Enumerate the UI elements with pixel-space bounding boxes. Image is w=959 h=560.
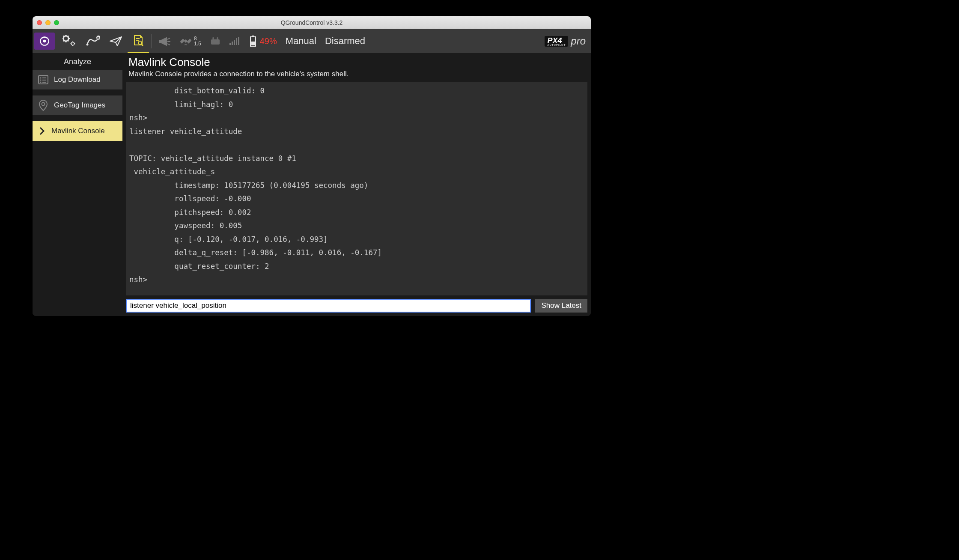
svg-rect-24 [180,39,185,43]
chevron-right-icon [37,126,47,136]
megaphone-icon [159,36,172,46]
window-title: QGroundControl v3.3.2 [33,19,591,26]
main-panel: Mavlink Console Mavlink Console provides… [122,53,591,316]
titlebar: QGroundControl v3.3.2 [33,16,591,29]
console-text: dist_bottom_valid: 0 limit_hagl: 0 nsh> … [129,84,584,287]
arm-state-label: Disarmed [325,36,365,47]
svg-line-7 [63,36,64,37]
traffic-lights [37,20,59,25]
log-download-icon [37,73,50,86]
sidebar: Analyze Log Download GeoTag Images [33,53,122,316]
sidebar-item-mavlink-console[interactable]: Mavlink Console [33,121,122,141]
main-header: Mavlink Console Mavlink Console provides… [122,53,591,82]
sidebar-item-geotag[interactable]: GeoTag Images [33,95,122,115]
qgc-logo-icon [39,36,50,47]
gps-values: 8 1.5 [194,36,201,46]
page-title: Mavlink Console [128,56,585,69]
page-subtitle: Mavlink Console provides a connection to… [128,70,585,78]
battery-status[interactable]: 49% [245,29,281,53]
flight-mode-button[interactable]: Manual [281,29,321,53]
app-logo-button[interactable] [34,33,55,50]
geotag-icon [37,99,50,112]
analyze-icon [132,34,145,47]
messages-button[interactable] [155,29,176,53]
svg-rect-33 [251,42,255,45]
zoom-window-button[interactable] [54,20,59,25]
svg-point-39 [40,82,42,83]
px4-brand: PX4 AUTOPILOT pro [545,35,586,47]
command-row: Show Latest [122,295,591,316]
svg-line-22 [141,44,143,46]
command-input[interactable] [126,299,531,313]
gears-icon [63,35,77,47]
flight-mode-label: Manual [286,36,316,47]
svg-rect-26 [211,39,220,45]
toolbar: B [33,29,591,53]
settings-button[interactable] [58,29,81,53]
svg-point-21 [138,41,142,45]
waypoint-icon: B [86,35,100,47]
svg-point-41 [42,103,45,106]
minimize-window-button[interactable] [45,20,51,25]
sidebar-item-label: Mavlink Console [51,127,105,135]
px4-badge: PX4 AUTOPILOT [545,36,568,47]
svg-rect-25 [187,39,191,43]
brand-suffix: pro [571,35,586,47]
app-window: QGroundControl v3.3.2 B [33,16,591,316]
svg-line-10 [68,36,68,37]
svg-point-37 [40,80,42,81]
console-output[interactable]: dist_bottom_valid: 0 limit_hagl: 0 nsh> … [126,82,587,295]
fly-button[interactable] [104,29,128,53]
content-area: Analyze Log Download GeoTag Images [33,53,591,316]
sidebar-item-label: GeoTag Images [54,101,105,110]
svg-point-2 [63,36,68,41]
telemetry-status[interactable] [225,29,244,53]
sidebar-item-log-download[interactable]: Log Download [33,70,122,89]
svg-point-35 [40,77,42,79]
satellite-icon [180,36,191,47]
gps-status[interactable]: 8 1.5 [176,29,206,53]
paper-plane-icon [109,35,123,47]
sidebar-item-label: Log Download [54,75,101,84]
battery-percentage: 49% [260,36,277,46]
svg-rect-23 [184,39,188,43]
svg-point-11 [71,42,74,45]
rc-icon [210,37,221,45]
svg-point-16 [86,44,89,46]
battery-icon [250,36,256,47]
toolbar-separator [152,34,152,48]
plan-button[interactable]: B [81,29,104,53]
rc-status[interactable] [206,29,225,53]
arm-state[interactable]: Disarmed [321,29,369,53]
signal-bars-icon [229,37,239,45]
gps-hdop: 1.5 [194,41,201,46]
svg-line-9 [63,40,64,41]
show-latest-button[interactable]: Show Latest [535,299,587,313]
sidebar-title: Analyze [33,53,122,70]
analyze-button[interactable] [128,29,149,53]
close-window-button[interactable] [37,20,42,25]
svg-text:B: B [97,36,100,40]
svg-line-8 [68,40,68,41]
svg-point-1 [43,40,46,43]
